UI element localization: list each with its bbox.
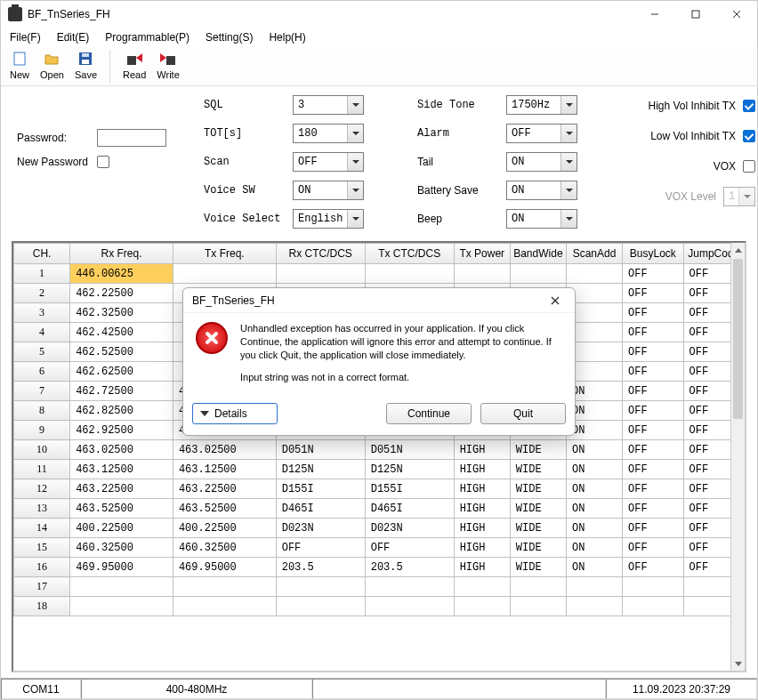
- scroll-up-icon[interactable]: [731, 243, 745, 257]
- table-cell[interactable]: 9: [14, 421, 70, 440]
- column-header[interactable]: ScanAdd: [566, 244, 622, 264]
- table-cell[interactable]: [510, 597, 566, 616]
- sidetone-combo[interactable]: 1750Hz: [506, 95, 577, 115]
- table-cell[interactable]: D465I: [365, 499, 454, 519]
- table-cell[interactable]: 469.95000: [70, 558, 173, 577]
- table-cell[interactable]: [454, 577, 510, 597]
- tot-combo[interactable]: 180: [293, 124, 364, 143]
- table-cell[interactable]: 460.32500: [70, 538, 173, 558]
- table-cell[interactable]: 462.92500: [70, 421, 173, 440]
- table-cell[interactable]: [276, 264, 365, 284]
- table-cell[interactable]: D155I: [276, 479, 365, 499]
- table-row[interactable]: 16469.95000469.95000203.5203.5HIGHWIDEON…: [14, 558, 745, 577]
- table-cell[interactable]: ON: [566, 499, 622, 519]
- table-cell[interactable]: 1: [14, 264, 70, 284]
- table-cell[interactable]: OFF: [623, 264, 683, 284]
- sql-combo[interactable]: 3: [293, 95, 364, 115]
- table-cell[interactable]: [454, 597, 510, 616]
- table-cell[interactable]: [276, 597, 365, 616]
- alarm-combo[interactable]: OFF: [506, 124, 577, 143]
- column-header[interactable]: Tx Power: [454, 244, 510, 264]
- table-cell[interactable]: [70, 577, 173, 597]
- table-cell[interactable]: 5: [14, 342, 70, 362]
- table-cell[interactable]: HIGH: [454, 460, 510, 479]
- table-cell[interactable]: [566, 597, 622, 616]
- table-row[interactable]: 17: [14, 577, 745, 597]
- table-cell[interactable]: OFF: [623, 362, 683, 382]
- table-cell[interactable]: 18: [14, 597, 70, 616]
- table-cell[interactable]: OFF: [623, 303, 683, 323]
- table-cell[interactable]: [623, 577, 683, 597]
- column-header[interactable]: Rx CTC/DCS: [276, 244, 365, 264]
- column-header[interactable]: Rx Freq.: [70, 244, 173, 264]
- table-cell[interactable]: [566, 577, 622, 597]
- password-input[interactable]: [97, 129, 166, 147]
- table-cell[interactable]: [566, 264, 622, 284]
- table-row[interactable]: 18: [14, 597, 745, 616]
- table-cell[interactable]: 462.52500: [70, 342, 173, 362]
- continue-button[interactable]: Continue: [386, 403, 472, 424]
- table-cell[interactable]: OFF: [365, 538, 454, 558]
- table-cell[interactable]: D051N: [276, 440, 365, 460]
- table-cell[interactable]: 17: [14, 577, 70, 597]
- table-cell[interactable]: 463.12500: [173, 460, 276, 479]
- menu-setting[interactable]: Setting(S): [206, 31, 253, 44]
- menu-programmable[interactable]: Programmable(P): [105, 31, 190, 44]
- table-cell[interactable]: HIGH: [454, 440, 510, 460]
- menu-file[interactable]: File(F): [10, 31, 41, 44]
- table-cell[interactable]: [70, 597, 173, 616]
- table-cell[interactable]: OFF: [623, 342, 683, 362]
- vox-checkbox[interactable]: [743, 160, 755, 173]
- new-button[interactable]: New: [10, 50, 29, 80]
- table-row[interactable]: 11463.12500463.12500D125ND125NHIGHWIDEON…: [14, 460, 745, 479]
- table-cell[interactable]: [454, 264, 510, 284]
- table-cell[interactable]: 400.22500: [173, 519, 276, 538]
- table-cell[interactable]: [365, 264, 454, 284]
- voicesw-combo[interactable]: ON: [293, 181, 364, 200]
- table-cell[interactable]: WIDE: [510, 460, 566, 479]
- table-cell[interactable]: ON: [566, 440, 622, 460]
- table-cell[interactable]: ON: [566, 558, 622, 577]
- table-cell[interactable]: WIDE: [510, 558, 566, 577]
- table-cell[interactable]: ON: [566, 460, 622, 479]
- table-cell[interactable]: OFF: [623, 284, 683, 303]
- table-row[interactable]: 10463.02500463.02500D051ND051NHIGHWIDEON…: [14, 440, 745, 460]
- table-cell[interactable]: 4: [14, 323, 70, 342]
- column-header[interactable]: Tx Freq.: [173, 244, 276, 264]
- table-cell[interactable]: 13: [14, 499, 70, 519]
- scroll-thumb[interactable]: [733, 259, 743, 419]
- table-cell[interactable]: 460.32500: [173, 538, 276, 558]
- table-cell[interactable]: OFF: [623, 440, 683, 460]
- table-cell[interactable]: 462.82500: [70, 401, 173, 421]
- table-cell[interactable]: 6: [14, 362, 70, 382]
- table-cell[interactable]: OFF: [623, 460, 683, 479]
- table-cell[interactable]: D023N: [276, 519, 365, 538]
- table-cell[interactable]: OFF: [276, 538, 365, 558]
- table-cell[interactable]: 463.22500: [70, 479, 173, 499]
- table-cell[interactable]: 446.00625: [70, 264, 173, 284]
- table-cell[interactable]: HIGH: [454, 479, 510, 499]
- table-row[interactable]: 15460.32500460.32500OFFOFFHIGHWIDEONOFFO…: [14, 538, 745, 558]
- open-button[interactable]: Open: [40, 50, 64, 80]
- table-cell[interactable]: 400.22500: [70, 519, 173, 538]
- table-cell[interactable]: [276, 577, 365, 597]
- batsave-combo[interactable]: ON: [506, 181, 577, 200]
- table-cell[interactable]: HIGH: [454, 538, 510, 558]
- beep-combo[interactable]: ON: [506, 209, 577, 229]
- table-cell[interactable]: OFF: [623, 538, 683, 558]
- table-row[interactable]: 1446.00625OFFOFF: [14, 264, 745, 284]
- table-cell[interactable]: WIDE: [510, 440, 566, 460]
- table-cell[interactable]: 14: [14, 519, 70, 538]
- table-cell[interactable]: OFF: [623, 401, 683, 421]
- close-button[interactable]: [716, 1, 757, 28]
- table-cell[interactable]: 10: [14, 440, 70, 460]
- table-cell[interactable]: 463.02500: [70, 440, 173, 460]
- table-cell[interactable]: OFF: [623, 499, 683, 519]
- table-cell[interactable]: 2: [14, 284, 70, 303]
- lvinhibit-checkbox[interactable]: [743, 130, 755, 142]
- table-cell[interactable]: OFF: [623, 382, 683, 401]
- table-cell[interactable]: 463.22500: [173, 479, 276, 499]
- table-cell[interactable]: 3: [14, 303, 70, 323]
- table-cell[interactable]: 8: [14, 401, 70, 421]
- table-cell[interactable]: 16: [14, 558, 70, 577]
